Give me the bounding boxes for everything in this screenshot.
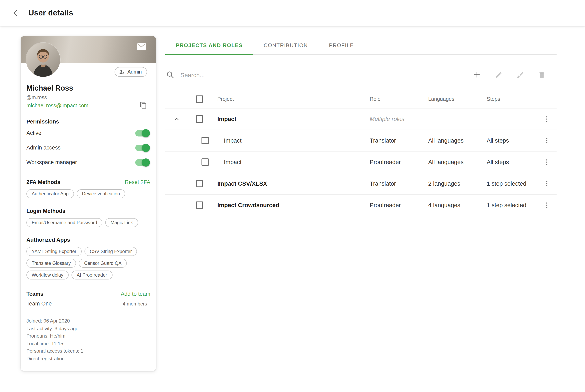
column-header-project: Project: [211, 96, 370, 102]
chip: Device verification: [77, 189, 125, 198]
steps-value: 1 step selected: [487, 202, 537, 208]
chip: Email/Username and Password: [26, 218, 102, 227]
row-menu-button[interactable]: [542, 114, 551, 124]
user-username: @m.ross: [26, 95, 150, 100]
reset-2fa-link[interactable]: Reset 2FA: [125, 179, 150, 185]
tab-profile[interactable]: PROFILE: [318, 36, 364, 54]
copy-email-button[interactable]: [140, 102, 147, 109]
authorized-apps-heading: Authorized Apps: [26, 237, 150, 243]
team-list-item[interactable]: Team One 4 members: [26, 300, 150, 307]
edit-button[interactable]: [494, 70, 503, 79]
row-menu-button[interactable]: [542, 158, 551, 166]
meta-access-tokens: Personal access tokens: 1: [26, 348, 150, 355]
toolbar: [165, 66, 556, 84]
pencil-icon: [494, 71, 502, 78]
row-checkbox[interactable]: [202, 158, 209, 166]
envelope-icon: [136, 43, 146, 50]
user-name: Michael Ross: [26, 84, 150, 92]
add-to-team-link[interactable]: Add to team: [121, 291, 150, 297]
role-value: Proofreader: [370, 159, 428, 165]
user-details-page: User details: [0, 0, 585, 392]
toggle-row-admin-access: Admin access: [26, 141, 150, 154]
languages-value: 4 languages: [428, 202, 487, 208]
chevron-up-icon: [173, 115, 180, 123]
clean-button[interactable]: [516, 70, 524, 79]
role-value: Multiple roles: [370, 116, 428, 122]
add-button[interactable]: [472, 70, 482, 79]
twofa-chips: Authenticator App Device verification: [26, 189, 150, 198]
chip: Translate Glossary: [26, 259, 76, 268]
collapse-group-button[interactable]: [172, 114, 181, 124]
login-method-chips: Email/Username and Password Magic Link: [26, 218, 150, 227]
steps-value: All steps: [487, 159, 537, 165]
user-email-link[interactable]: michael.ross@impact.com: [26, 102, 88, 108]
main-content: PROJECTS AND ROLES CONTRIBUTION PROFILE: [165, 36, 556, 216]
column-header-role: Role: [370, 96, 428, 102]
user-avatar: [26, 43, 60, 77]
authorized-app-chips: YAML String Exporter CSV String Exporter…: [26, 247, 150, 280]
chip: Authenticator App: [26, 189, 74, 198]
column-header-languages: Languages: [428, 96, 487, 102]
user-meta: Joined: 06 Apr 2020 Last activity: 3 day…: [26, 317, 150, 362]
table-row-child: Impact Translator All languages All step…: [165, 130, 556, 152]
table-row: Impact CSV/XLSX Translator 2 languages 1…: [165, 173, 556, 194]
toggle-row-workspace-manager: Workspace manager: [26, 156, 150, 168]
languages-value: All languages: [428, 159, 487, 165]
meta-local-time: Local time: 11:15: [26, 340, 150, 348]
tab-contribution[interactable]: CONTRIBUTION: [253, 36, 318, 54]
table-row-child: Impact Proofreader All languages All ste…: [165, 152, 556, 173]
row-menu-button[interactable]: [542, 179, 551, 188]
kebab-icon: [543, 202, 550, 209]
row-menu-button[interactable]: [542, 136, 551, 145]
role-value: Translator: [370, 180, 428, 187]
project-name: Impact: [211, 137, 370, 144]
toggle-label: Workspace manager: [26, 159, 77, 165]
kebab-icon: [543, 137, 550, 144]
delete-button[interactable]: [537, 70, 546, 79]
projects-roles-table: Project Role Languages Steps Impact Mul: [165, 90, 556, 216]
tab-projects-and-roles[interactable]: PROJECTS AND ROLES: [165, 36, 253, 54]
row-checkbox[interactable]: [196, 202, 203, 209]
kebab-icon: [543, 180, 550, 187]
table-row: Impact Crowdsourced Proofreader 4 langua…: [165, 194, 556, 216]
project-name: Impact: [211, 116, 370, 122]
active-toggle[interactable]: [135, 130, 149, 136]
project-name: Impact Crowdsourced: [211, 202, 370, 208]
permissions-heading: Permissions: [26, 118, 150, 125]
search-icon: [166, 71, 174, 79]
arrow-left-icon: [12, 8, 21, 18]
search-input[interactable]: [180, 71, 472, 78]
row-checkbox[interactable]: [202, 137, 209, 144]
send-email-button[interactable]: [136, 43, 146, 50]
twofa-heading: 2FA Methods: [26, 179, 60, 185]
table-actions: [472, 70, 556, 79]
chip: Magic Link: [105, 218, 138, 227]
meta-registration: Direct registration: [26, 355, 150, 362]
table-header-row: Project Role Languages Steps: [165, 90, 556, 108]
team-members-count: 4 members: [123, 301, 147, 307]
workspace-manager-toggle[interactable]: [135, 159, 149, 166]
brush-icon: [516, 71, 524, 78]
plus-icon: [473, 71, 481, 79]
chip: YAML String Exporter: [26, 247, 82, 256]
login-methods-heading: Login Methods: [26, 208, 150, 214]
trash-icon: [538, 71, 546, 78]
meta-last-activity: Last activity: 3 days ago: [26, 325, 150, 332]
admin-access-toggle[interactable]: [135, 144, 149, 151]
chip: AI Proofreader: [72, 270, 112, 280]
toggle-row-active: Active: [26, 127, 150, 139]
person-gear-icon: [118, 69, 125, 75]
table-row-group: Impact Multiple roles: [165, 108, 556, 130]
chip: Censor Guard QA: [79, 259, 127, 268]
chip: CSV String Exporter: [84, 247, 137, 256]
row-checkbox[interactable]: [196, 115, 203, 123]
kebab-icon: [543, 158, 550, 166]
kebab-icon: [543, 115, 550, 123]
meta-pronouns: Pronouns: He/him: [26, 332, 150, 340]
row-checkbox[interactable]: [196, 180, 203, 187]
back-button[interactable]: [10, 7, 22, 19]
select-all-checkbox[interactable]: [196, 95, 203, 102]
row-menu-button[interactable]: [542, 201, 551, 210]
admin-badge: Admin: [114, 67, 147, 77]
project-name: Impact: [211, 159, 370, 165]
